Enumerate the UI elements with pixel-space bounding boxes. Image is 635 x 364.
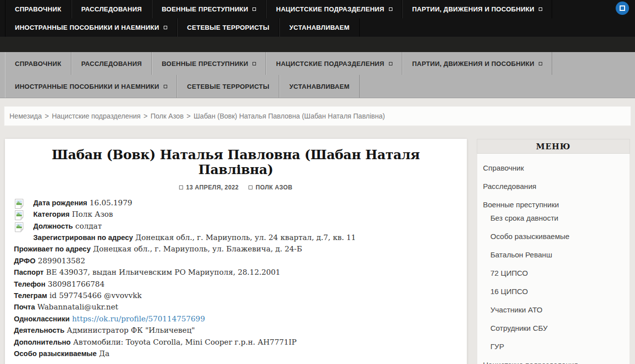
gray-nav-item-rassledovaniya[interactable]: РАССЛЕДОВАНИЯ (71, 52, 152, 75)
sidebar-item-72-cipso[interactable]: 72 ЦИПСО (477, 264, 630, 282)
field-row-drfo: ДРФО 2899013582 (12, 255, 460, 267)
field-row-most-wanted: Особо разыскиваемые Да (12, 348, 460, 360)
sidebar-item-uchastniki-ato[interactable]: Участники АТО (477, 301, 630, 319)
dropdown-square-icon (164, 26, 167, 29)
field-label: Телеграм (14, 292, 47, 300)
nav-item-label: УСТАНАВЛИВАЕМ (289, 24, 350, 31)
dropdown-square-icon (539, 62, 542, 65)
dossier-fields: Дата рождения 16.05.1979 Категория Полк … (5, 197, 467, 360)
field-label: Особо разыскиваемые (14, 350, 97, 358)
gray-nav-item-setevye-terroristy[interactable]: СЕТЕВЫЕ ТЕРРОРИСТЫ (177, 75, 279, 98)
nav-item-label: СПРАВОЧНИК (15, 60, 62, 67)
field-row-registered-address: Зарегистрирован по адресу Донецкая обл.,… (12, 232, 460, 243)
field-row-email: Почта Wabannatali@ukr.net (12, 302, 460, 313)
field-label: Почта (14, 303, 35, 311)
field-label: Категория (33, 210, 69, 218)
field-label: Должность (33, 222, 73, 230)
nav-item-label: РАССЛЕДОВАНИЯ (81, 60, 142, 67)
sidebar-item-spravochnik[interactable]: Справочник (477, 159, 630, 177)
gray-nav-item-partii-dvizheniya[interactable]: ПАРТИИ, ДВИЖЕНИЯ И ПОСОБНИКИ (402, 52, 553, 75)
field-value: ВЕ 439037, выдан Ильичевским РО Мариупол… (46, 268, 280, 277)
nav-item-label: СЕТЕВЫЕ ТЕРРОРИСТЫ (187, 83, 269, 90)
field-label: Дополнительно (14, 338, 70, 346)
nav-item-label: СЕТЕВЫЕ ТЕРРОРИСТЫ (187, 24, 269, 31)
field-value: Донецкая обл., г. Мариуполь, ул. Блажеви… (93, 244, 302, 253)
gray-nav-item-spravochnik[interactable]: СПРАВОЧНИК (5, 52, 71, 75)
dropdown-square-icon (253, 62, 256, 65)
nav-item-label: РАССЛЕДОВАНИЯ (81, 5, 142, 13)
field-label: Телефон (14, 280, 45, 288)
sidebar-item-rassledovaniya[interactable]: Расследования (477, 177, 630, 195)
nav-item-rassledovaniya[interactable]: РАССЛЕДОВАНИЯ (71, 0, 152, 18)
field-value: 380981766784 (48, 280, 105, 289)
nav-item-inostrannye-posobniki[interactable]: ИНОСТРАННЫЕ ПОСОБНИКИ И НАЕМНИКИ (5, 18, 177, 37)
article-category[interactable]: ПОЛК АЗОВ (249, 184, 292, 191)
field-row-passport: Паспорт ВЕ 439037, выдан Ильичевским РО … (12, 267, 460, 278)
nav-item-spravochnik[interactable]: СПРАВОЧНИК (5, 0, 71, 18)
gray-nav-item-inostrannye-posobniki[interactable]: ИНОСТРАННЫЕ ПОСОБНИКИ И НАЕМНИКИ (5, 75, 177, 98)
nav-item-voennye-prestupniki[interactable]: ВОЕННЫЕ ПРЕСТУПНИКИ (152, 0, 266, 18)
calendar-square-icon (179, 185, 183, 189)
content-area: Шабан (Вовк) Наталья Павловна (Шабан Нат… (5, 139, 630, 364)
article-date-label: 13 АПРЕЛЯ, 2022 (186, 184, 239, 191)
field-value: 16.05.1979 (90, 198, 132, 207)
gray-nav-item-voennye-prestupniki[interactable]: ВОЕННЫЕ ПРЕСТУПНИКИ (152, 52, 266, 75)
field-label: Дата рождения (33, 199, 87, 207)
page-title: Шабан (Вовк) Наталья Павловна (Шабан Нат… (25, 148, 447, 178)
top-navigation: СПРАВОЧНИК РАССЛЕДОВАНИЯ ВОЕННЫЕ ПРЕСТУП… (0, 0, 635, 37)
breadcrumb-section-link[interactable]: Нацистские подразделения (52, 112, 140, 120)
breadcrumb-separator: > (45, 112, 49, 120)
field-label: Проживает по адресу (14, 245, 91, 253)
article-category-label: ПОЛК АЗОВ (255, 184, 292, 191)
breadcrumb-home-link[interactable]: Немезида (9, 112, 42, 120)
sidebar-item-bez-sroka-davnosti[interactable]: Без срока давности (477, 209, 630, 227)
nav-item-label: ИНОСТРАННЫЕ ПОСОБНИКИ И НАЕМНИКИ (15, 83, 159, 90)
breadcrumb-separator: > (187, 112, 190, 120)
sidebar-item-batalon-revansh[interactable]: Батальон Реванш (477, 245, 630, 264)
nav-item-nacistskie-podrazdeleniya[interactable]: НАЦИСТСКИЕ ПОДРАЗДЕЛЕНИЯ (266, 0, 402, 18)
nav-item-setevye-terroristy[interactable]: СЕТЕВЫЕ ТЕРРОРИСТЫ (177, 18, 279, 37)
field-row-birthdate: Дата рождения 16.05.1979 (12, 197, 460, 209)
dropdown-square-icon (253, 7, 256, 11)
sidebar-item-gur[interactable]: ГУР (477, 337, 630, 356)
nav-item-label: НАЦИСТСКИЕ ПОДРАЗДЕЛЕНИЯ (276, 5, 384, 13)
ok-profile-link[interactable]: https://ok.ru/profile/570114757699 (72, 314, 205, 323)
article-date: 13 АПРЕЛЯ, 2022 (179, 184, 239, 191)
field-row-odnoklassniki: Одноклассники https://ok.ru/profile/5701… (12, 313, 460, 325)
sidebar-item-osobo-razyskivaemye[interactable]: Особо разыскиваемые (477, 227, 630, 245)
field-value: Полк Азов (72, 210, 113, 219)
gray-nav-item-ustanavlivaem[interactable]: УСТАНАВЛИВАЕМ (279, 75, 360, 98)
sidebar-item-16-cipso[interactable]: 16 ЦИПСО (477, 282, 630, 301)
top-nav-row-2: ИНОСТРАННЫЕ ПОСОБНИКИ И НАЕМНИКИ СЕТЕВЫЕ… (5, 18, 635, 37)
sidebar-item-nacistskie-podrazdeleniya[interactable]: Нацистские подразделения (477, 356, 630, 364)
nav-item-label: УСТАНАВЛИВАЕМ (289, 83, 350, 90)
top-nav-row-1: СПРАВОЧНИК РАССЛЕДОВАНИЯ ВОЕННЫЕ ПРЕСТУП… (5, 0, 635, 18)
field-value: Автомобили: Toyota Corolla, Mini Cooper … (73, 338, 297, 347)
nav-item-partii-dvizheniya[interactable]: ПАРТИИ, ДВИЖЕНИЯ И ПОСОБНИКИ (402, 0, 553, 18)
gray-nav-row-1: СПРАВОЧНИК РАССЛЕДОВАНИЯ ВОЕННЫЕ ПРЕСТУП… (5, 52, 635, 75)
breadcrumb-category-link[interactable]: Полк Азов (151, 112, 184, 120)
field-value: Администратор ФК "Ильичевец" (67, 326, 195, 335)
nav-item-label: ПАРТИИ, ДВИЖЕНИЯ И ПОСОБНИКИ (412, 5, 535, 13)
field-value: 2899013582 (38, 256, 85, 265)
field-row-living-address: Проживает по адресу Донецкая обл., г. Ма… (12, 243, 460, 255)
nav-item-label: ПАРТИИ, ДВИЖЕНИЯ И ПОСОБНИКИ (412, 60, 535, 67)
field-row-phone: Телефон 380981766784 (12, 279, 460, 290)
field-label: ДРФО (14, 257, 35, 265)
field-value: Донецкая обл., г. Мариуполь, ул. 24 квар… (135, 233, 356, 242)
dropdown-square-icon (389, 62, 392, 65)
nav-item-ustanavlivaem[interactable]: УСТАНАВЛИВАЕМ (279, 18, 360, 37)
topbar-blue-button[interactable] (616, 1, 629, 15)
field-value: солдат (75, 222, 102, 231)
sidebar-item-sotrudniki-sbu[interactable]: Сотрудники СБУ (477, 319, 630, 337)
nav-item-label: ВОЕННЫЕ ПРЕСТУПНИКИ (162, 5, 248, 13)
field-row-telegram: Телеграм id 597745466 @vvovvkk (12, 290, 460, 302)
field-value: Да (99, 349, 110, 358)
gray-nav-row-2: ИНОСТРАННЫЕ ПОСОБНИКИ И НАЕМНИКИ СЕТЕВЫЕ… (5, 75, 635, 98)
breadcrumb-separator: > (143, 112, 147, 120)
field-row-additional: Дополнительно Автомобили: Toyota Corolla… (12, 337, 460, 348)
dropdown-square-icon (389, 7, 392, 11)
sidebar-menu-header: МЕНЮ (477, 139, 631, 154)
sidebar-menu: Справочник Расследования Военные преступ… (477, 154, 631, 364)
gray-nav-item-nacistskie-podrazdeleniya[interactable]: НАЦИСТСКИЕ ПОДРАЗДЕЛЕНИЯ (266, 52, 402, 75)
